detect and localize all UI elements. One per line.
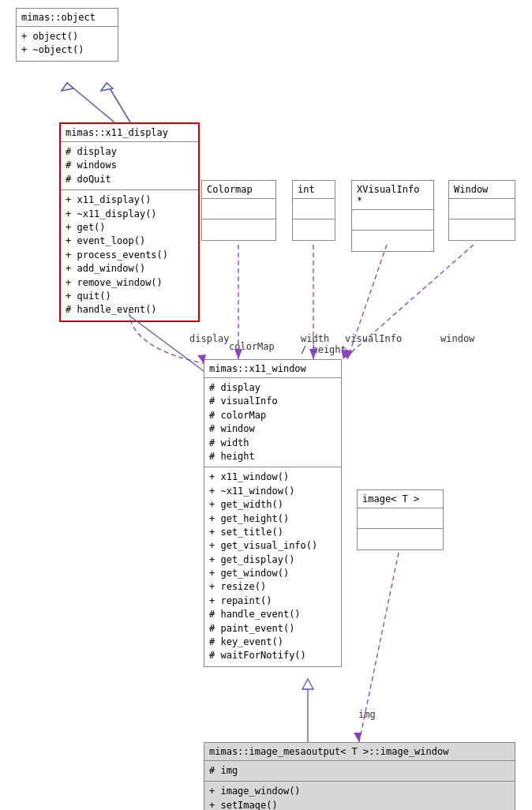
mimas-object-box: mimas::object + object() + ~object() bbox=[16, 8, 118, 62]
colormap-box: Colormap bbox=[201, 180, 276, 241]
xvisualinfo-title: XVisualInfo * bbox=[352, 181, 433, 210]
xvisualinfo-methods bbox=[352, 231, 433, 250]
mimas-x11-window-title: mimas::x11_window bbox=[204, 360, 341, 378]
width-height-label: width/ height bbox=[301, 333, 347, 355]
mimas-object-title: mimas::object bbox=[17, 9, 118, 27]
window-box: Window bbox=[448, 180, 515, 241]
svg-marker-1 bbox=[62, 83, 73, 91]
image-T-attrs bbox=[358, 508, 443, 529]
mimas-x11-window-box: mimas::x11_window # display # visualInfo… bbox=[204, 359, 342, 667]
mimas-x11-display-box: mimas::x11_display # display # windows #… bbox=[59, 122, 200, 322]
int-section2 bbox=[293, 219, 335, 239]
image-T-box: image< T > bbox=[357, 489, 444, 550]
window-title: Window bbox=[449, 181, 515, 199]
mimas-x11-display-methods: + x11_display() + ~x11_display() + get()… bbox=[61, 190, 198, 321]
mimas-x11-window-attrs: # display # visualInfo # colorMap # wind… bbox=[204, 378, 341, 467]
image-T-methods bbox=[358, 529, 443, 549]
xvisualinfo-box: XVisualInfo * bbox=[351, 180, 434, 252]
mimas-x11-display-attrs: # display # windows # doQuit bbox=[61, 142, 198, 190]
svg-marker-3 bbox=[101, 83, 113, 91]
image-window-title: mimas::image_mesaoutput< T >::image_wind… bbox=[204, 743, 515, 761]
mimas-object-methods: + object() + ~object() bbox=[17, 27, 118, 61]
int-title: int bbox=[293, 181, 335, 199]
colormap-label: colorMap bbox=[229, 341, 275, 352]
visualinfo-label: visualInfo bbox=[345, 333, 402, 344]
image-window-methods: + image_window() + setImage() # paint_ev… bbox=[204, 782, 515, 810]
display-label: display bbox=[189, 333, 230, 344]
colormap-title: Colormap bbox=[202, 181, 275, 199]
int-attrs bbox=[293, 199, 335, 219]
svg-line-0 bbox=[67, 83, 114, 122]
image-T-title: image< T > bbox=[358, 490, 443, 508]
img-label: img bbox=[358, 709, 376, 720]
colormap-methods bbox=[202, 219, 275, 239]
window-methods bbox=[449, 219, 515, 239]
xvisualinfo-attrs bbox=[352, 210, 433, 231]
image-window-attrs: # img bbox=[204, 761, 515, 782]
svg-marker-15 bbox=[354, 733, 362, 742]
image-window-box: mimas::image_mesaoutput< T >::image_wind… bbox=[204, 742, 515, 810]
colormap-attrs bbox=[202, 199, 275, 219]
mimas-x11-window-methods: + x11_window() + ~x11_window() + get_wid… bbox=[204, 467, 341, 666]
mimas-x11-display-title: mimas::x11_display bbox=[61, 124, 198, 142]
svg-line-2 bbox=[107, 83, 130, 122]
svg-marker-17 bbox=[302, 679, 313, 689]
window-label: window bbox=[440, 333, 474, 344]
window-attrs bbox=[449, 199, 515, 219]
int-box: int bbox=[292, 180, 335, 241]
